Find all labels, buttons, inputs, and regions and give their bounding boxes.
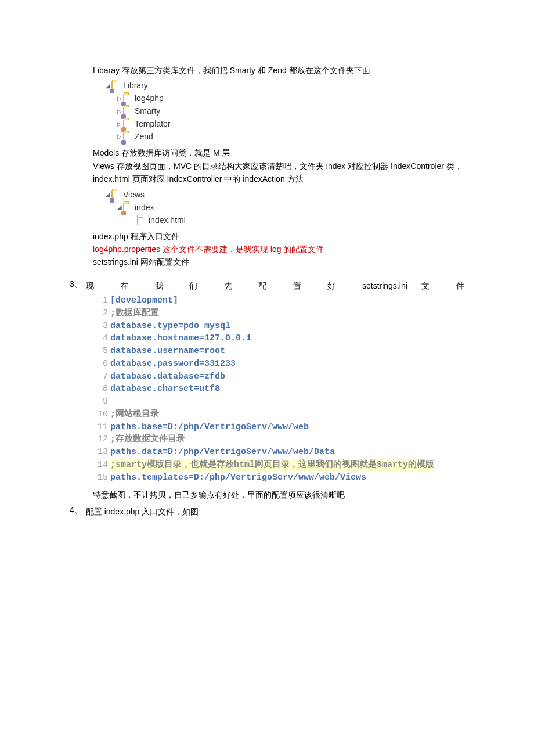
code-line: 8database.charset=utf8 — [93, 383, 464, 395]
expand-down-icon: ◢ — [116, 204, 123, 210]
list-item-4: 4、 配置 index.php 入口文件，如图 — [70, 505, 464, 518]
code-text: paths.base=D:/php/VertrigoServ/www/web — [110, 421, 309, 434]
line-number: 7 — [93, 370, 108, 383]
line-number: 13 — [93, 446, 108, 459]
tree-node-label: log4php — [135, 93, 164, 103]
paragraph-setstrings: setstrings.ini 网站配置文件 — [70, 255, 464, 268]
code-text: paths.templates=D:/php/VertrigoServ/www/… — [110, 471, 366, 484]
code-text: [development] — [110, 294, 178, 307]
code-text: paths.data=D:/php/VertrigoServ/www/web/D… — [110, 446, 335, 459]
paragraph-library: Libaray 存放第三方类库文件，我们把 Smarty 和 Zend 都放在这… — [70, 64, 464, 77]
line-number: 15 — [93, 471, 108, 484]
line-number: 14 — [93, 459, 108, 471]
line-number: 12 — [93, 433, 108, 446]
code-text: database.charset=utf8 — [110, 383, 220, 395]
code-text: database.password=331233 — [110, 358, 236, 370]
code-text: ;数据库配置 — [110, 307, 159, 320]
tree-node-label: Smarty — [135, 106, 160, 116]
code-line: 2;数据库配置 — [93, 307, 464, 320]
item3-note: 特意截图，不让拷贝，自己多输点有好处，里面的配置项应该很清晰吧 — [70, 488, 464, 501]
code-text: database.type=pdo_mysql — [110, 320, 230, 333]
item3-header: 现 在 我 们 先 配 置 好 setstrings.ini 文 件 — [86, 279, 464, 292]
code-line: 4database.hostname=127.0.0.1 — [93, 332, 464, 345]
code-line: 14;smarty模版目录，也就是存放html网页目录，这里我们的视图就是Sma… — [93, 459, 464, 471]
code-block-setstrings: 1[development]2;数据库配置3database.type=pdo_… — [70, 294, 464, 484]
code-text: database.hostname=127.0.0.1 — [110, 332, 251, 345]
line-number: 10 — [93, 408, 108, 421]
expand-right-icon: ▷ — [116, 95, 123, 102]
tree-node-label: Templater — [135, 119, 170, 128]
code-text: ;smarty模版目录，也就是存放html网页目录，这里我们的视图就是Smart… — [110, 459, 434, 471]
line-number: 5 — [93, 345, 108, 358]
code-text: database.database=zfdb — [110, 370, 225, 383]
folder-php-icon — [123, 93, 134, 103]
folder-php-icon — [111, 190, 122, 199]
code-line: 7database.database=zfdb — [93, 370, 464, 383]
code-line: 10;网站根目录 — [93, 408, 464, 421]
line-number: 11 — [93, 421, 108, 434]
code-line: 6database.password=331233 — [93, 358, 464, 370]
tree-node-label: Library — [123, 81, 148, 90]
folder-php-icon — [123, 132, 134, 141]
document-page: Libaray 存放第三方类库文件，我们把 Smarty 和 Zend 都放在这… — [0, 0, 534, 541]
folder-php-icon — [123, 203, 134, 212]
paragraph-views: Views 存放视图页面，MVC 的目录结构大家应该清楚吧，文件夹 index … — [70, 160, 464, 186]
folder-php-icon — [111, 81, 122, 90]
line-number: 9 — [93, 395, 108, 408]
line-number: 8 — [93, 383, 108, 395]
code-line: 11paths.base=D:/php/VertrigoServ/www/web — [93, 421, 464, 434]
list-item-3: 3、 现 在 我 们 先 配 置 好 setstrings.ini 文 件 — [70, 279, 464, 292]
code-line: 9 — [93, 395, 464, 408]
paragraph-log4php: log4php.properties 这个文件不需要建，是我实现 log 的配置… — [70, 243, 464, 255]
code-line: 15paths.templates=D:/php/VertrigoServ/ww… — [93, 471, 464, 484]
folder-php-icon — [123, 106, 134, 116]
tree-views: ◢ Views ◢ index index.html — [70, 188, 464, 226]
paragraph-indexphp: index.php 程序入口文件 — [70, 230, 464, 243]
list-number: 4、 — [70, 505, 82, 516]
code-line: 5database.username=root — [93, 345, 464, 358]
tree-node-label: index.html — [149, 215, 186, 225]
folder-php-icon — [123, 119, 134, 128]
line-number: 3 — [93, 320, 108, 333]
code-line: 13paths.data=D:/php/VertrigoServ/www/web… — [93, 446, 464, 459]
line-number: 4 — [93, 332, 108, 345]
code-text: database.username=root — [110, 345, 225, 358]
expand-down-icon: ◢ — [104, 82, 111, 89]
code-line: 1[development] — [93, 294, 464, 307]
paragraph-models: Models 存放数据库访问类，就是 M 层 — [70, 146, 464, 159]
file-icon — [137, 215, 147, 225]
code-line: 12;存放数据文件目录 — [93, 433, 464, 446]
expand-right-icon: ▷ — [116, 121, 123, 127]
line-number: 2 — [93, 307, 108, 320]
tree-node-label: Zend — [135, 132, 153, 141]
tree-library: ◢ Library ▷ log4php ▷ Smarty ▷ Templater… — [70, 79, 464, 143]
list-number: 3、 — [70, 279, 82, 290]
text-cursor-icon — [434, 459, 435, 467]
item4-text: 配置 index.php 入口文件，如图 — [86, 505, 199, 518]
tree-node-label: index — [135, 203, 154, 212]
line-number: 1 — [93, 294, 108, 307]
expand-right-icon: ▷ — [116, 108, 123, 114]
line-number: 6 — [93, 358, 108, 370]
expand-right-icon: ▷ — [116, 134, 123, 140]
code-text: ;存放数据文件目录 — [110, 433, 185, 446]
tree-node-label: Views — [123, 190, 145, 199]
expand-down-icon: ◢ — [104, 191, 111, 197]
code-text: ;网站根目录 — [110, 408, 159, 421]
code-line: 3database.type=pdo_mysql — [93, 320, 464, 333]
